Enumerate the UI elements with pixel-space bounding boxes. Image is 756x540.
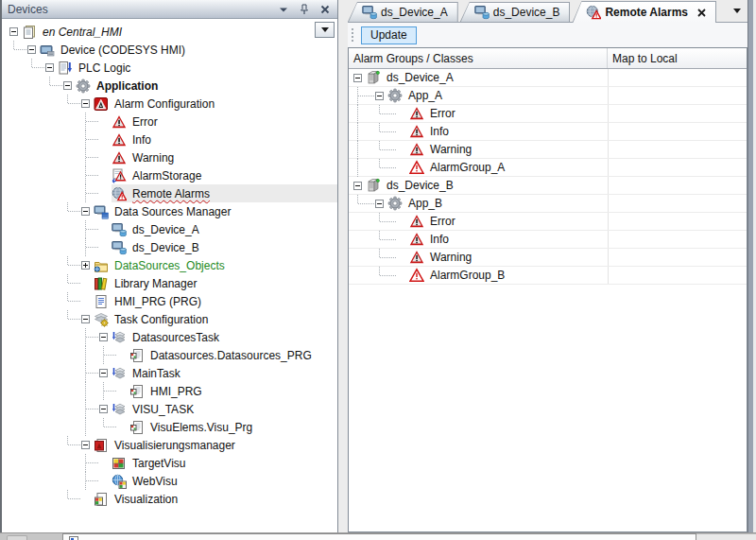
column-header-alarm-groups[interactable]: Alarm Groups / Classes bbox=[349, 48, 608, 68]
device-tree-row[interactable]: WebVisu bbox=[2, 472, 337, 490]
device-tree-row[interactable]: Application bbox=[2, 77, 337, 95]
expand-icon[interactable] bbox=[81, 261, 90, 270]
expander-slot bbox=[397, 141, 409, 159]
remote-alarms-icon bbox=[586, 5, 601, 20]
alarm-storage-icon bbox=[112, 168, 127, 183]
alarm-table-row[interactable]: App_A bbox=[349, 87, 747, 105]
tree-item-label: Info bbox=[129, 132, 154, 148]
device-tree-row[interactable]: VISU_TASK bbox=[2, 400, 337, 418]
expander-slot bbox=[99, 472, 112, 490]
collapse-icon[interactable] bbox=[375, 200, 384, 208]
tree-item: Info bbox=[409, 231, 608, 249]
tree-item-label: TargetVisu bbox=[129, 456, 188, 471]
task-icon bbox=[112, 366, 127, 381]
device-tree-row[interactable]: Warning bbox=[2, 148, 337, 166]
device-tree-row[interactable]: Remote Alarms bbox=[2, 184, 337, 202]
alarm-tree-cell: App_B bbox=[349, 195, 608, 213]
device-tree-row[interactable]: VisuElems.Visu_Prg bbox=[2, 418, 337, 436]
alarm-table-row[interactable]: App_B bbox=[349, 195, 747, 213]
collapse-icon[interactable] bbox=[63, 81, 72, 90]
device-tree-row[interactable]: AlarmStorage bbox=[2, 166, 337, 184]
device-tree-row[interactable]: Info bbox=[2, 131, 337, 148]
collapse-icon[interactable] bbox=[353, 182, 362, 190]
expander-slot bbox=[397, 159, 409, 177]
datasource-device-icon bbox=[474, 5, 490, 20]
collapse-icon[interactable] bbox=[99, 405, 108, 413]
tab-inner: Remote Alarms bbox=[573, 2, 715, 23]
device-tree-row[interactable]: Task Configuration bbox=[2, 310, 337, 328]
tree-guide-line bbox=[86, 157, 99, 158]
device-tree-row[interactable]: Error bbox=[2, 113, 337, 131]
alarm-table-row[interactable]: Warning bbox=[349, 249, 747, 267]
device-tree-row[interactable]: Visualisierungsmanager bbox=[2, 436, 337, 454]
device-tree-row[interactable]: DatasourcesTask bbox=[2, 328, 337, 346]
device-tree-row[interactable]: HMI_PRG (PRG) bbox=[2, 292, 337, 310]
toolbar-grip[interactable] bbox=[352, 27, 354, 43]
collapse-icon[interactable] bbox=[27, 45, 36, 54]
alarm-table-row[interactable]: Info bbox=[349, 123, 747, 141]
collapse-icon[interactable] bbox=[81, 99, 90, 108]
device-tree-row[interactable]: DataSources_Objects bbox=[2, 256, 337, 274]
collapse-icon[interactable] bbox=[99, 333, 108, 341]
indent-spacer bbox=[2, 355, 117, 356]
collapse-icon[interactable] bbox=[81, 315, 90, 323]
device-tree-row[interactable]: TargetVisu bbox=[2, 454, 337, 472]
window-left-border bbox=[0, 0, 2, 532]
editor-area: ds_Device_Ads_Device_BRemote Alarms Upda… bbox=[348, 0, 753, 532]
tab-list-dropdown-icon[interactable] bbox=[733, 9, 741, 17]
device-tree-row[interactable]: en Central_HMI bbox=[2, 23, 337, 41]
expander-slot bbox=[81, 310, 94, 328]
column-header-map-to-local[interactable]: Map to Local bbox=[608, 48, 747, 68]
collapse-icon[interactable] bbox=[99, 369, 108, 377]
alarm-table-row[interactable]: AlarmGroup_A bbox=[349, 159, 747, 177]
tab-ds-device-b[interactable]: ds_Device_B bbox=[460, 2, 571, 22]
remote-alarms-editor: Alarm Groups / Classes Map to Local ds_D… bbox=[348, 47, 747, 532]
tree-item-label: Library Manager bbox=[112, 276, 199, 291]
alarm-table-row[interactable]: ds_Device_B bbox=[349, 177, 747, 195]
alarm-table-row[interactable]: AlarmGroup_B bbox=[349, 267, 747, 285]
device-tree-row[interactable]: Data Sources Manager bbox=[2, 202, 337, 220]
device-tree-row[interactable]: ds_Device_A bbox=[2, 220, 337, 238]
collapse-icon[interactable] bbox=[9, 27, 18, 36]
collapse-icon[interactable] bbox=[353, 74, 362, 82]
tree-item: Task Configuration bbox=[94, 310, 337, 328]
alarm-class-icon bbox=[409, 250, 424, 265]
device-tree-row[interactable]: ds_Device_B bbox=[2, 238, 337, 256]
expander-slot bbox=[397, 267, 409, 285]
alarm-table-row[interactable]: Error bbox=[349, 213, 747, 231]
collapse-icon[interactable] bbox=[375, 92, 384, 100]
tree-dropdown-button[interactable] bbox=[315, 22, 335, 38]
device-tree-row[interactable]: Alarm Configuration bbox=[2, 95, 337, 113]
device-tree-row[interactable]: MainTask bbox=[2, 364, 337, 382]
alarm-tree-cell: Warning bbox=[349, 249, 608, 267]
tab-ds-device-a[interactable]: ds_Device_A bbox=[348, 2, 458, 22]
device-tree-row[interactable]: Library Manager bbox=[2, 274, 337, 292]
alarm-table-row[interactable]: ds_Device_A bbox=[349, 69, 747, 87]
collapse-icon[interactable] bbox=[81, 441, 90, 449]
close-icon[interactable] bbox=[697, 9, 706, 17]
remote-device-icon bbox=[366, 178, 381, 193]
close-icon[interactable] bbox=[317, 2, 333, 16]
window-menu-icon[interactable] bbox=[275, 2, 291, 16]
tree-item-label: Warning bbox=[427, 250, 474, 265]
device-tree-row[interactable]: Device (CODESYS HMI) bbox=[2, 41, 337, 59]
collapse-icon[interactable] bbox=[81, 207, 90, 216]
pin-icon[interactable] bbox=[296, 2, 312, 16]
alarm-table-row[interactable]: Info bbox=[349, 231, 747, 249]
alarm-table-row[interactable]: Warning bbox=[349, 141, 747, 159]
tree-item-label: Visualization bbox=[112, 492, 180, 507]
expander-slot bbox=[99, 238, 112, 256]
expander-slot bbox=[27, 41, 40, 59]
collapse-icon[interactable] bbox=[45, 63, 54, 72]
tree-item-label: HMI_PRG bbox=[147, 384, 205, 399]
device-tree-row[interactable]: Visualization bbox=[2, 490, 337, 508]
alarm-config-icon bbox=[94, 96, 109, 112]
update-button[interactable]: Update bbox=[361, 26, 417, 44]
device-tree-row[interactable]: HMI_PRG bbox=[2, 382, 337, 400]
tab-remote-alarms[interactable]: Remote Alarms bbox=[572, 1, 716, 23]
device-tree-row[interactable]: Datasources.Datasources_PRG bbox=[2, 346, 337, 364]
tree-item-label: Error bbox=[427, 106, 458, 121]
alarm-table-row[interactable]: Error bbox=[349, 105, 747, 123]
tree-guide-line bbox=[86, 121, 99, 122]
device-tree-row[interactable]: PLC Logic bbox=[2, 59, 337, 77]
